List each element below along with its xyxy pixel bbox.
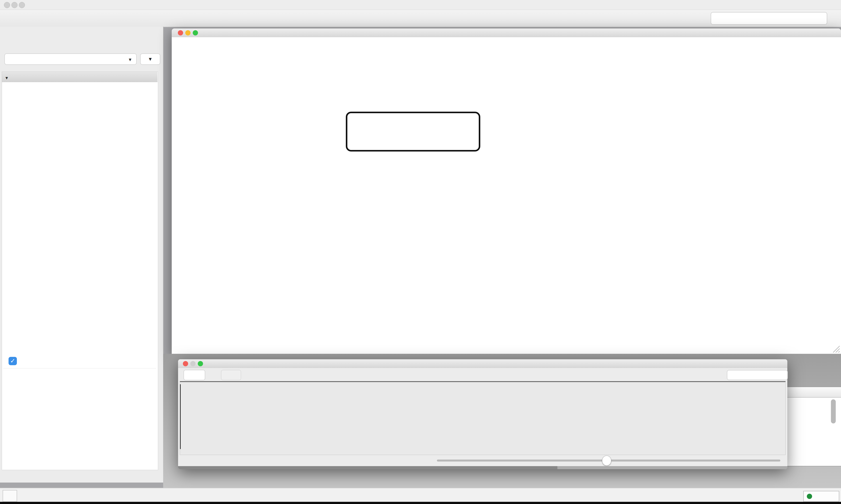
cyanimator-toolbar [178,368,787,381]
add-frame-button[interactable] [183,370,205,380]
style-options-button[interactable]: ▾ [140,53,160,65]
style-selector-dropdown[interactable]: ▾ [4,53,137,65]
timeline-axis [180,382,785,455]
network-view-window [172,29,841,354]
delete-frame-button[interactable] [221,370,241,380]
lock-size-checkbox[interactable]: ✓ [8,357,17,365]
annotation-box[interactable] [346,112,480,151]
close-icon[interactable] [178,30,183,35]
menu-bar [0,0,841,10]
search-input[interactable] [711,12,827,25]
memory-status-icon [807,494,812,499]
network-canvas[interactable] [172,37,841,354]
close-icon[interactable] [183,361,188,366]
timeline-playhead[interactable] [180,384,181,449]
zoom-icon[interactable] [193,30,198,35]
screen-edge [0,502,841,504]
playback-controls [178,455,787,466]
minimize-icon[interactable] [190,361,196,366]
memory-button[interactable] [803,491,839,502]
task-history-button[interactable] [3,490,17,502]
zoom-icon[interactable] [198,361,203,366]
speed-slider-handle[interactable] [602,456,611,466]
window-close-icon[interactable] [4,2,10,8]
network-window-titlebar[interactable] [172,29,841,37]
chevron-down-icon: ▾ [129,56,131,62]
clear-all-frames-button[interactable] [727,370,788,380]
cyanimator-window [178,359,787,469]
resize-grip-icon[interactable] [831,344,840,353]
window-zoom-icon[interactable] [19,2,25,8]
properties-panel: ▾ ✓ [2,72,158,470]
main-toolbar [0,10,841,27]
status-bar [0,488,841,502]
properties-header[interactable]: ▾ [2,72,158,82]
minimize-icon[interactable] [185,30,191,35]
timeline-panel [180,381,786,455]
cyanimator-titlebar[interactable] [178,359,787,368]
lock-size-row: ✓ [3,354,156,368]
table-scrollbar[interactable] [831,399,836,424]
control-panel: ▾ ▾ ▾ ✓ [0,27,164,483]
window-minimize-icon[interactable] [12,2,18,8]
timeline-scrollbar[interactable] [178,466,787,469]
network-graph [172,37,841,354]
timeline-scrollbar-thumb[interactable] [178,466,557,469]
